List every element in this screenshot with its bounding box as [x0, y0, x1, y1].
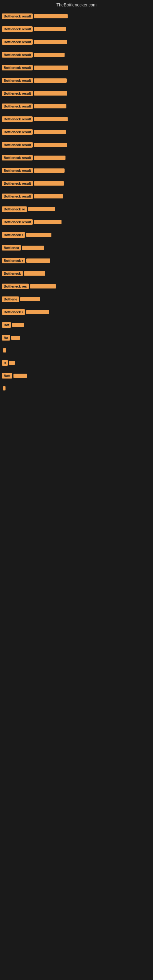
- bottleneck-row[interactable]: Bott: [1, 371, 152, 380]
- bar-container: [34, 104, 151, 109]
- bottleneck-row[interactable]: B: [1, 358, 152, 368]
- bottleneck-row[interactable]: Bottleneck r: [1, 230, 152, 240]
- bar-container: [34, 155, 151, 160]
- progress-bar: [34, 181, 64, 186]
- bottleneck-row[interactable]: Bottleneck res: [1, 282, 152, 291]
- list-item: Bottleneck result: [0, 100, 153, 113]
- bottleneck-badge: Bottlenec: [2, 245, 21, 250]
- list-item: Bottleneck result: [0, 151, 153, 164]
- bar-container: [34, 168, 151, 173]
- bar-container: [34, 40, 151, 45]
- bottleneck-row[interactable]: Bottleneck result: [1, 140, 152, 150]
- bottleneck-badge: Bottleneck result: [2, 181, 33, 186]
- bottleneck-row[interactable]: Bottleneck result: [1, 63, 152, 72]
- bar-container: [34, 142, 151, 147]
- bottleneck-badge: Bottleneck result: [2, 219, 33, 225]
- list-item: Bottleneck res: [0, 280, 153, 293]
- bottleneck-row[interactable]: Bottleneck result: [1, 24, 152, 34]
- progress-bar: [34, 14, 68, 18]
- bar-container: [9, 360, 151, 365]
- bottleneck-row[interactable]: Bottleneck: [1, 269, 152, 278]
- progress-bar: [34, 156, 65, 160]
- bottleneck-badge: Bottleneck r: [2, 258, 25, 263]
- list-item: Bottleneck result: [0, 216, 153, 229]
- bar-container: [26, 258, 151, 263]
- bottleneck-row[interactable]: Bottleneck result: [1, 192, 152, 201]
- bar-container: [28, 207, 151, 212]
- list-item: Bottlene: [0, 293, 153, 305]
- bar-container: [34, 130, 151, 134]
- list-item: Bottleneck result: [0, 48, 153, 61]
- bottleneck-row[interactable]: Bottleneck result: [1, 153, 152, 162]
- bottleneck-badge: Bottleneck result: [2, 91, 33, 96]
- list-item: Bottleneck result: [0, 35, 153, 48]
- bottleneck-badge: Bottleneck result: [2, 26, 33, 32]
- progress-bar: [34, 194, 63, 199]
- bar-container: [34, 27, 151, 32]
- list-item: Bottleneck result: [0, 164, 153, 177]
- list-item: Bottleneck r: [0, 229, 153, 241]
- bottleneck-row[interactable]: Bottleneck result: [1, 115, 152, 124]
- bottleneck-badge: Bottleneck res: [2, 283, 29, 289]
- bottleneck-row[interactable]: Bottleneck result: [1, 179, 152, 188]
- list-item: Bottlenec: [0, 241, 153, 254]
- bar-container: [3, 348, 151, 353]
- bottleneck-row[interactable]: Bot: [1, 320, 152, 329]
- bottleneck-row[interactable]: Bottleneck r: [1, 307, 152, 317]
- progress-bar: [34, 52, 65, 57]
- bottleneck-badge: Bottleneck result: [2, 142, 33, 148]
- bottleneck-row[interactable]: Bottleneck r: [1, 256, 152, 265]
- bottleneck-row[interactable]: Bottleneck re: [1, 205, 152, 214]
- bottleneck-badge: Bo: [2, 335, 10, 340]
- bottleneck-badge: Bottleneck result: [2, 129, 33, 135]
- bottleneck-row[interactable]: Bo: [1, 333, 152, 342]
- list-item: B: [0, 356, 153, 369]
- bottleneck-row[interactable]: Bottleneck result: [1, 76, 152, 85]
- bottleneck-badge: Bottleneck r: [2, 232, 25, 238]
- progress-bar: [34, 143, 67, 147]
- progress-bar: [34, 27, 66, 31]
- progress-bar: [26, 258, 50, 263]
- list-item: Bottleneck re: [0, 203, 153, 216]
- bar-container: [34, 52, 151, 57]
- bottleneck-row[interactable]: Bottlenec: [1, 243, 152, 252]
- list-item: Bott: [0, 369, 153, 382]
- bottleneck-row[interactable]: Bottleneck result: [1, 89, 152, 98]
- bar-container: [11, 335, 151, 340]
- list-item: Bottleneck result: [0, 23, 153, 35]
- bar-container: [34, 91, 151, 96]
- bar-container: [20, 297, 151, 302]
- bottleneck-row[interactable]: Bottleneck result: [1, 50, 152, 59]
- bottleneck-row[interactable]: Bottleneck result: [1, 12, 152, 21]
- bottleneck-row[interactable]: Bottleneck result: [1, 166, 152, 175]
- list-item: Bottleneck r: [0, 254, 153, 267]
- list-item: Bottleneck result: [0, 138, 153, 151]
- bar-container: [13, 373, 151, 378]
- list-item: Bottleneck result: [0, 126, 153, 138]
- bottleneck-row[interactable]: [1, 346, 152, 355]
- progress-bar: [30, 284, 56, 288]
- progress-bar: [11, 336, 20, 340]
- progress-bar: [22, 246, 44, 250]
- bar-container: [34, 14, 151, 19]
- bottleneck-row[interactable]: Bottlene: [1, 294, 152, 304]
- list-item: Bottleneck: [0, 267, 153, 280]
- bar-container: [34, 117, 151, 122]
- bottleneck-row[interactable]: Bottleneck result: [1, 127, 152, 137]
- bar-container: [26, 310, 151, 315]
- bottleneck-badge: Bottleneck: [2, 271, 22, 276]
- bottleneck-row[interactable]: [1, 384, 152, 393]
- list-item: [0, 382, 153, 395]
- progress-bar: [34, 117, 68, 121]
- bottleneck-row[interactable]: Bottleneck result: [1, 37, 152, 46]
- bottleneck-badge: Bottleneck result: [2, 65, 33, 70]
- progress-bar: [34, 220, 62, 224]
- progress-bar: [20, 297, 40, 301]
- progress-bar: [34, 130, 66, 134]
- bar-container: [22, 245, 151, 250]
- bottleneck-badge: Bottlene: [2, 296, 19, 302]
- bottleneck-row[interactable]: Bottleneck result: [1, 102, 152, 111]
- bottleneck-badge: Bott: [2, 373, 12, 379]
- bottleneck-row[interactable]: Bottleneck result: [1, 218, 152, 227]
- progress-bar: [12, 323, 24, 327]
